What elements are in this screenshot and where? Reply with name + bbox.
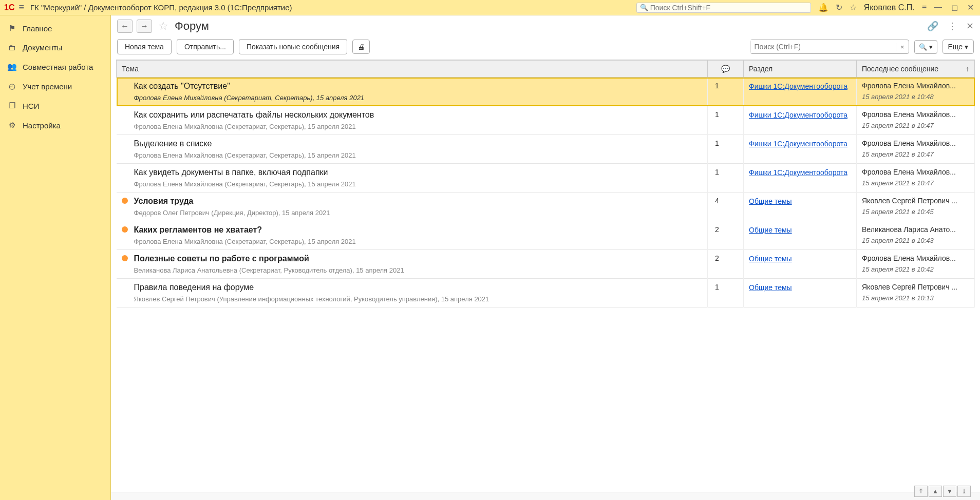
sidebar-item-collab[interactable]: 👥 Совместная работа — [0, 57, 110, 76]
star-icon[interactable]: ☆ — [850, 3, 857, 12]
history-icon[interactable]: ↻ — [836, 3, 842, 12]
page-title: Форум — [175, 20, 209, 33]
section-cell: Фишки 1С:Документооборота — [744, 78, 857, 106]
clear-search-icon[interactable]: × — [896, 43, 909, 51]
global-search[interactable]: 🔍 — [636, 3, 811, 13]
table-row[interactable]: Каких регламентов не хватает?Фролова Еле… — [117, 221, 975, 250]
reply-count: 1 — [708, 106, 744, 135]
favorite-star-icon[interactable]: ☆ — [158, 20, 168, 33]
topic-cell: Как создать "Отсутствие"Фролова Елена Ми… — [117, 78, 708, 106]
topic-title: Полезные советы по работе с программой — [134, 254, 703, 263]
section-link[interactable]: Общие темы — [749, 255, 792, 263]
chat-icon: 💬 — [721, 65, 730, 73]
nav-back-button[interactable]: ← — [117, 20, 133, 33]
section-cell: Общие темы — [744, 221, 857, 250]
kebab-icon[interactable]: ⋮ — [948, 21, 957, 32]
sidebar-item-label: Совместная работа — [23, 63, 93, 71]
link-icon[interactable]: 🔗 — [927, 21, 938, 32]
more-label: Еще — [948, 43, 963, 51]
last-message-cell: Фролова Елена Михайлов...15 апреля 2021 … — [857, 106, 975, 135]
section-link[interactable]: Фишки 1С:Документооборота — [749, 82, 847, 90]
sidebar-item-settings[interactable]: ⚙ Настройка — [0, 116, 110, 135]
nav-down-button[interactable]: ▼ — [943, 486, 956, 497]
section-cell: Фишки 1С:Документооборота — [744, 106, 857, 135]
table-row[interactable]: Условия трудаФедоров Олег Петрович (Дире… — [117, 193, 975, 221]
search-dropdown-button[interactable]: 🔍 ▾ — [914, 40, 937, 54]
unread-dot-icon — [122, 255, 128, 261]
topic-meta: Яковлев Сергей Петрович (Управление инфо… — [134, 295, 703, 303]
new-topic-button[interactable]: Новая тема — [117, 39, 172, 54]
col-last-message[interactable]: Последнее сообщение ↑ — [857, 61, 975, 78]
topic-cell: Как сохранить или распечатать файлы неск… — [117, 106, 708, 135]
section-cell: Общие темы — [744, 193, 857, 221]
minimize-icon[interactable]: — — [932, 3, 944, 12]
last-date: 15 апреля 2021 в 10:47 — [862, 179, 969, 187]
topic-title: Как создать "Отсутствие" — [134, 82, 703, 91]
send-button[interactable]: Отправить... — [177, 39, 234, 54]
col-topic[interactable]: Тема — [117, 61, 708, 78]
table-row[interactable]: Как сохранить или распечатать файлы неск… — [117, 106, 975, 135]
close-tab-icon[interactable]: ✕ — [966, 21, 974, 32]
section-link[interactable]: Общие темы — [749, 283, 792, 292]
global-search-input[interactable] — [650, 4, 807, 12]
sidebar-item-label: Документы — [23, 43, 62, 52]
toolbar: Новая тема Отправить... Показать новые с… — [111, 37, 980, 60]
topic-title: Условия труда — [134, 197, 703, 206]
list-navigation: ⤒ ▲ ▼ ⤓ — [914, 486, 971, 497]
reply-count: 1 — [708, 78, 744, 106]
window-title: ГК "Меркурий" / Документооборот КОРП, ре… — [30, 3, 292, 12]
section-link[interactable]: Фишки 1С:Документооборота — [749, 168, 847, 177]
sidebar-item-main[interactable]: ⚑ Главное — [0, 18, 110, 38]
topic-cell: Полезные советы по работе с программойВе… — [117, 250, 708, 279]
col-section[interactable]: Раздел — [744, 61, 857, 78]
col-replies[interactable]: 💬 — [708, 61, 744, 78]
section-cell: Фишки 1С:Документооборота — [744, 164, 857, 193]
section-link[interactable]: Общие темы — [749, 226, 792, 234]
table-row[interactable]: Как увидеть документы в папке, включая п… — [117, 164, 975, 193]
topics-table-wrap[interactable]: Тема 💬 Раздел Последнее сообщение ↑ Как … — [116, 60, 975, 487]
table-row[interactable]: Полезные советы по работе с программойВе… — [117, 250, 975, 279]
nav-top-button[interactable]: ⤒ — [914, 486, 928, 497]
list-search-input[interactable] — [750, 40, 896, 53]
hamburger-icon[interactable]: ≡ — [18, 2, 24, 13]
topic-meta: Великанова Лариса Анатольевна (Секретари… — [134, 266, 703, 274]
sidebar-item-label: Главное — [23, 24, 52, 33]
topic-title: Правила поведения на форуме — [134, 283, 703, 292]
table-row[interactable]: Выделение в спискеФролова Елена Михайлов… — [117, 135, 975, 164]
nav-forward-button[interactable]: → — [137, 20, 152, 33]
close-icon[interactable]: ✕ — [965, 3, 976, 12]
sidebar-item-nsi[interactable]: ❐ НСИ — [0, 96, 110, 116]
show-new-button[interactable]: Показать новые сообщения — [239, 39, 347, 54]
current-user[interactable]: Яковлев С.П. — [864, 3, 915, 12]
last-date: 15 апреля 2021 в 10:13 — [862, 294, 969, 302]
maximize-icon[interactable]: ◻ — [949, 3, 960, 12]
last-message-cell: Яковлев Сергей Петрович ...15 апреля 202… — [857, 279, 975, 307]
last-date: 15 апреля 2021 в 10:43 — [862, 237, 969, 244]
more-button[interactable]: Еще ▾ — [943, 40, 974, 54]
topic-cell: Каких регламентов не хватает?Фролова Еле… — [117, 221, 708, 250]
section-link[interactable]: Фишки 1С:Документооборота — [749, 140, 847, 148]
topic-meta: Фролова Елена Михайловна (Секретариат, С… — [134, 238, 703, 245]
list-search[interactable]: × — [750, 40, 909, 54]
table-row[interactable]: Правила поведения на форумеЯковлев Серге… — [117, 279, 975, 307]
nav-bottom-button[interactable]: ⤓ — [957, 486, 971, 497]
sidebar-item-time[interactable]: ◴ Учет времени — [0, 76, 110, 96]
topic-title: Выделение в списке — [134, 139, 703, 148]
last-date: 15 апреля 2021 в 10:45 — [862, 208, 969, 216]
nav-up-button[interactable]: ▲ — [929, 486, 942, 497]
topic-meta: Федоров Олег Петрович (Дирекция, Директо… — [134, 209, 703, 217]
topic-title: Каких регламентов не хватает? — [134, 225, 703, 235]
filter-icon[interactable]: ≡ — [922, 3, 927, 12]
reply-count: 1 — [708, 135, 744, 164]
reply-count: 4 — [708, 193, 744, 221]
table-row[interactable]: Как создать "Отсутствие"Фролова Елена Ми… — [117, 78, 975, 106]
print-button[interactable]: 🖨 — [352, 40, 370, 54]
section-link[interactable]: Общие темы — [749, 197, 792, 205]
last-author: Яковлев Сергей Петрович ... — [862, 283, 969, 291]
last-author: Фролова Елена Михайлов... — [862, 254, 969, 262]
last-message-cell: Фролова Елена Михайлов...15 апреля 2021 … — [857, 164, 975, 193]
sidebar-item-documents[interactable]: 🗀 Документы — [0, 38, 110, 57]
section-link[interactable]: Фишки 1С:Документооборота — [749, 111, 847, 119]
bell-icon[interactable]: 🔔 — [818, 3, 828, 12]
last-date: 15 апреля 2021 в 10:47 — [862, 122, 969, 129]
